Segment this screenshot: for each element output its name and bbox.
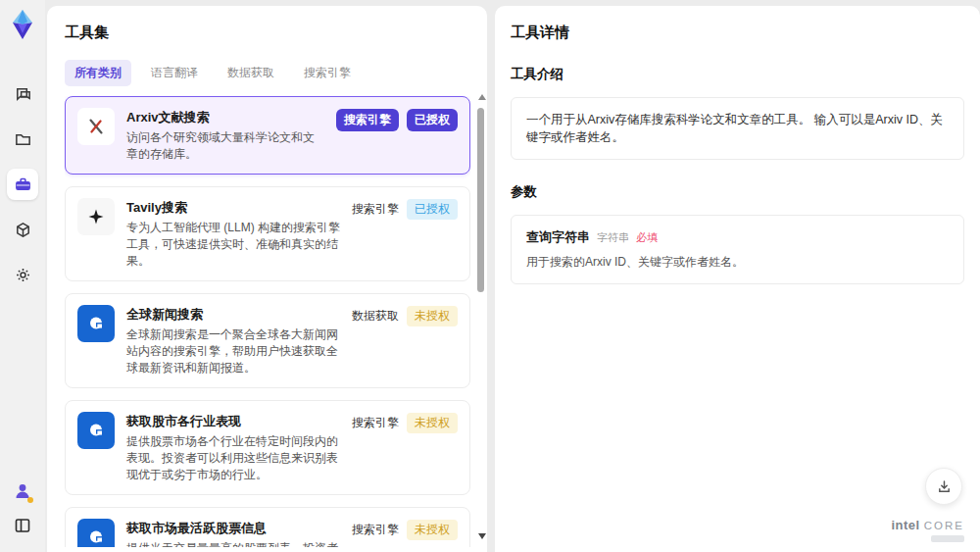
tool-tags: 搜索引擎 已授权 <box>336 109 458 131</box>
tool-title: Arxiv文献搜索 <box>126 108 324 126</box>
sidebar-item-models[interactable] <box>7 214 38 245</box>
brand-sub-badge <box>931 535 964 542</box>
tool-card-body: 全球新闻搜索 全球新闻搜索是一个聚合全球各大新闻网站内容的搜索引擎，帮助用户快速… <box>126 305 340 376</box>
category-label: 搜索引擎 <box>352 415 399 431</box>
brand-text: intel core <box>891 518 964 532</box>
param-required-badge: 必填 <box>636 230 658 245</box>
tavily-logo-icon <box>77 198 115 235</box>
collapse-sidebar-button[interactable] <box>13 516 32 538</box>
tool-card-body: Tavily搜索 专为人工智能代理 (LLM) 构建的搜索引擎工具，可快速提供实… <box>126 198 340 270</box>
tool-card-global-news[interactable]: 全球新闻搜索 全球新闻搜索是一个聚合全球各大新闻网站内容的搜索引擎，帮助用户快速… <box>65 293 470 388</box>
param-header: 查询字符串 字符串 必填 <box>526 228 949 246</box>
tool-detail-panel: 工具详情 工具介绍 一个用于从Arxiv存储库搜索科学论文和文章的工具。 输入可… <box>495 6 980 552</box>
category-tabs: 所有类别 语言翻译 数据获取 搜索引擎 <box>65 60 487 86</box>
detail-title: 工具详情 <box>511 24 964 42</box>
category-label: 搜索引擎 <box>352 201 399 218</box>
sidebar-item-folder[interactable] <box>7 124 38 155</box>
auth-badge: 已授权 <box>407 199 458 220</box>
category-label: 搜索引擎 <box>352 522 399 538</box>
intro-text: 一个用于从Arxiv存储库搜索科学论文和文章的工具。 输入可以是Arxiv ID… <box>526 111 949 146</box>
sidebar-nav <box>7 78 38 290</box>
tool-card-body: 获取股市各行业表现 提供股票市场各个行业在特定时间段内的表现。投资者可以利用这些… <box>126 412 340 483</box>
tool-desc: 专为人工智能代理 (LLM) 构建的搜索引擎工具，可快速提供实时、准确和真实的结… <box>126 220 340 270</box>
scroll-up-arrow[interactable] <box>478 94 486 100</box>
tool-title: Tavily搜索 <box>126 198 340 217</box>
list-scrollbar[interactable] <box>477 104 485 543</box>
gear-icon <box>14 266 32 284</box>
brand-intel: intel <box>891 518 919 532</box>
sidebar-item-toolbox[interactable] <box>7 169 38 200</box>
tool-tags: 搜索引擎 未授权 <box>352 413 458 433</box>
tool-card-tavily[interactable]: Tavily搜索 专为人工智能代理 (LLM) 构建的搜索引擎工具，可快速提供实… <box>65 186 470 281</box>
param-type: 字符串 <box>597 230 629 245</box>
tool-tags: 搜索引擎 已授权 <box>352 199 458 220</box>
scrollbar-thumb[interactable] <box>477 108 484 292</box>
chat-icon <box>14 85 32 104</box>
sidebar-item-settings[interactable] <box>7 259 38 290</box>
tab-data-fetch[interactable]: 数据获取 <box>218 60 284 86</box>
page-title: 工具集 <box>65 24 487 42</box>
tool-title: 全球新闻搜索 <box>126 305 340 324</box>
intro-heading: 工具介绍 <box>511 66 964 83</box>
tool-title: 获取股市各行业表现 <box>126 412 340 430</box>
tool-desc: 全球新闻搜索是一个聚合全球各大新闻网站内容的搜索引擎，帮助用户快速获取全球最新资… <box>126 326 340 376</box>
tool-tags: 搜索引擎 未授权 <box>352 520 458 540</box>
user-avatar[interactable] <box>10 478 35 504</box>
auth-badge: 未授权 <box>407 520 458 540</box>
stock-logo-icon <box>77 519 115 547</box>
sidebar-item-chat[interactable] <box>7 78 38 110</box>
tool-tags: 数据获取 未授权 <box>352 306 458 326</box>
params-heading: 参数 <box>511 183 964 201</box>
category-badge: 搜索引擎 <box>336 109 399 131</box>
param-name: 查询字符串 <box>526 228 590 246</box>
toolset-panel: 工具集 所有类别 语言翻译 数据获取 搜索引擎 Arxiv文献搜索 访问各个研究… <box>47 6 487 552</box>
tool-desc: 提供股票市场各个行业在特定时间段内的表现。投资者可以利用这些信息来识别表现优于或… <box>126 433 340 483</box>
tool-card-body: Arxiv文献搜索 访问各个研究领域大量科学论文和文章的存储库。 <box>126 108 324 163</box>
brand-core: core <box>924 520 964 531</box>
folder-icon <box>14 130 32 149</box>
auth-badge: 未授权 <box>407 413 458 433</box>
tool-desc: 提供当天交易量最高的股票列表，投资者可以利用这些信息来识别流动性强的股票和潜在的… <box>126 540 340 547</box>
tool-list: Arxiv文献搜索 访问各个研究领域大量科学论文和文章的存储库。 搜索引擎 已授… <box>65 96 470 547</box>
category-label: 数据获取 <box>352 308 399 325</box>
tool-card-body: 获取市场最活跃股票信息 提供当天交易量最高的股票列表，投资者可以利用这些信息来识… <box>126 519 340 547</box>
intro-box: 一个用于从Arxiv存储库搜索科学论文和文章的工具。 输入可以是Arxiv ID… <box>511 97 964 160</box>
tool-card-most-active-stocks[interactable]: 获取市场最活跃股票信息 提供当天交易量最高的股票列表，投资者可以利用这些信息来识… <box>65 507 470 547</box>
tool-desc: 访问各个研究领域大量科学论文和文章的存储库。 <box>126 129 324 163</box>
stock-logo-icon <box>77 412 115 449</box>
tab-search-engine[interactable]: 搜索引擎 <box>294 60 361 86</box>
tab-translation[interactable]: 语言翻译 <box>141 60 208 86</box>
auth-badge: 已授权 <box>407 109 458 131</box>
sidebar-bottom <box>10 478 35 538</box>
scroll-down-arrow[interactable] <box>478 533 486 539</box>
intel-core-logo: intel core <box>891 518 964 542</box>
panel-layout-icon <box>13 516 32 535</box>
param-box: 查询字符串 字符串 必填 用于搜索的Arxiv ID、关键字或作者姓名。 <box>511 215 964 284</box>
download-button[interactable] <box>925 468 962 505</box>
sidebar <box>0 0 45 552</box>
briefcase-icon <box>14 176 32 194</box>
app-logo-gem-icon[interactable] <box>6 8 39 41</box>
tool-title: 获取市场最活跃股票信息 <box>126 519 340 537</box>
auth-badge: 未授权 <box>407 306 458 326</box>
arxiv-logo-icon <box>77 108 115 145</box>
param-desc: 用于搜索的Arxiv ID、关键字或作者姓名。 <box>526 254 949 271</box>
tab-all-categories[interactable]: 所有类别 <box>65 60 131 86</box>
cube-icon <box>14 221 32 239</box>
news-logo-icon <box>77 305 115 342</box>
tool-card-sector-performance[interactable]: 获取股市各行业表现 提供股票市场各个行业在特定时间段内的表现。投资者可以利用这些… <box>65 400 470 495</box>
status-dot <box>27 497 33 503</box>
tool-card-arxiv[interactable]: Arxiv文献搜索 访问各个研究领域大量科学论文和文章的存储库。 搜索引擎 已授… <box>65 96 470 175</box>
download-icon <box>936 478 953 495</box>
